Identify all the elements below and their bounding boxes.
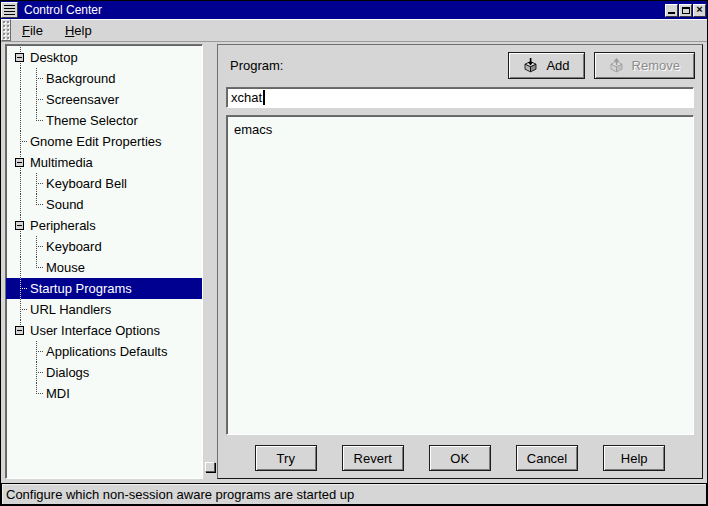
- tree-collapse-icon[interactable]: [15, 158, 24, 167]
- tree-item-label: User Interface Options: [30, 323, 160, 338]
- tree-item-mouse[interactable]: Mouse: [6, 257, 202, 278]
- tree-item-gnome-edit-properties[interactable]: Gnome Edit Properties: [6, 131, 202, 152]
- statusbar-text: Configure which non-session aware progra…: [6, 487, 354, 502]
- minimize-button[interactable]: [665, 4, 678, 17]
- window-menu-button[interactable]: [1, 2, 18, 18]
- tree-tick: [20, 288, 27, 289]
- ok-button[interactable]: OK: [429, 445, 491, 471]
- menubar-items: FileHelp: [11, 19, 103, 41]
- tree-item-screensaver[interactable]: Screensaver: [6, 89, 202, 110]
- tree-item-label: Gnome Edit Properties: [30, 134, 162, 149]
- tree-tick: [36, 78, 43, 79]
- minimize-icon: [668, 12, 675, 14]
- help-button[interactable]: Help: [603, 445, 665, 471]
- tree-item-label: Keyboard: [46, 239, 102, 254]
- tree-item-multimedia[interactable]: Multimedia: [6, 152, 202, 173]
- tree-tick: [36, 393, 43, 394]
- startup-programs-list[interactable]: emacs: [226, 115, 694, 435]
- tree-item-peripherals[interactable]: Peripherals: [6, 215, 202, 236]
- menubar-drag-handle[interactable]: [1, 19, 11, 41]
- tree-tick: [36, 99, 43, 100]
- maximize-icon: [682, 7, 690, 14]
- tree-item-keyboard-bell[interactable]: Keyboard Bell: [6, 173, 202, 194]
- tree-item-background[interactable]: Background: [6, 68, 202, 89]
- maximize-button[interactable]: [679, 4, 692, 17]
- tree-item-sound[interactable]: Sound: [6, 194, 202, 215]
- program-label: Program:: [230, 58, 508, 73]
- menu-file[interactable]: File: [11, 19, 54, 41]
- tree-line: [20, 173, 21, 194]
- tree-line: [36, 194, 37, 205]
- menu-help[interactable]: Help: [54, 19, 103, 41]
- list-item-emacs[interactable]: emacs: [234, 121, 686, 139]
- tree-line: [36, 257, 37, 268]
- window-title: Control Center: [18, 3, 665, 17]
- remove-icon: [609, 58, 624, 73]
- text-caret: [263, 90, 265, 105]
- tree-line: [20, 110, 21, 131]
- tree-tick: [20, 141, 27, 142]
- tree-item-label: Theme Selector: [46, 113, 138, 128]
- tree-item-label: MDI: [46, 386, 70, 401]
- tree-item-keyboard[interactable]: Keyboard: [6, 236, 202, 257]
- tree-item-label: Screensaver: [46, 92, 119, 107]
- window-menu-icon: [4, 5, 15, 16]
- program-input[interactable]: xchat: [226, 87, 694, 108]
- tree-item-mdi[interactable]: MDI: [6, 383, 202, 404]
- tree-collapse-icon[interactable]: [15, 221, 24, 230]
- add-button-label: Add: [546, 58, 569, 73]
- revert-button[interactable]: Revert: [342, 445, 404, 471]
- tree-collapse-icon[interactable]: [15, 53, 24, 62]
- control-center-window: Control Center × FileHelp DesktopBackgro…: [0, 0, 708, 506]
- tree-collapse-icon[interactable]: [15, 326, 24, 335]
- pane-resize-handle[interactable]: [205, 462, 215, 472]
- startup-programs-panel: Program: Add: [217, 44, 703, 479]
- try-button[interactable]: Try: [255, 445, 317, 471]
- close-button[interactable]: ×: [693, 4, 706, 17]
- tree-item-label: Applications Defaults: [46, 344, 167, 359]
- tree-item-label: URL Handlers: [30, 302, 111, 317]
- tree-item-desktop[interactable]: Desktop: [6, 47, 202, 68]
- tree-item-label: Keyboard Bell: [46, 176, 127, 191]
- tree-tick: [36, 204, 43, 205]
- titlebar[interactable]: Control Center ×: [1, 1, 707, 19]
- tree-item-url-handlers[interactable]: URL Handlers: [6, 299, 202, 320]
- program-row: Program: Add: [222, 51, 698, 79]
- tree-item-dialogs[interactable]: Dialogs: [6, 362, 202, 383]
- tree-item-label: Mouse: [46, 260, 85, 275]
- window-controls: ×: [665, 4, 706, 17]
- remove-button-label: Remove: [632, 58, 680, 73]
- tree-item-label: Background: [46, 71, 115, 86]
- tree-line: [20, 194, 21, 215]
- sidebar-tree: DesktopBackgroundScreensaverTheme Select…: [5, 44, 203, 479]
- tree-item-label: Startup Programs: [30, 281, 132, 296]
- tree-item-label: Sound: [46, 197, 84, 212]
- tree-line: [36, 383, 37, 394]
- tree-tick: [36, 183, 43, 184]
- tree-item-user-interface-options[interactable]: User Interface Options: [6, 320, 202, 341]
- tree-item-label: Multimedia: [30, 155, 93, 170]
- tree-item-label: Dialogs: [46, 365, 89, 380]
- tree-item-startup-programs[interactable]: Startup Programs: [6, 278, 202, 299]
- main-area: DesktopBackgroundScreensaverTheme Select…: [1, 42, 707, 482]
- remove-button[interactable]: Remove: [594, 52, 695, 79]
- tree-item-theme-selector[interactable]: Theme Selector: [6, 110, 202, 131]
- add-button[interactable]: Add: [508, 52, 584, 79]
- cancel-button[interactable]: Cancel: [516, 445, 578, 471]
- tree-item-applications-defaults[interactable]: Applications Defaults: [6, 341, 202, 362]
- tree-tick: [36, 246, 43, 247]
- statusbar: Configure which non-session aware progra…: [1, 483, 707, 505]
- tree-item-label: Peripherals: [30, 218, 96, 233]
- tree-item-label: Desktop: [30, 50, 78, 65]
- menubar: FileHelp: [1, 19, 707, 42]
- tree-line: [20, 257, 21, 278]
- close-icon: ×: [696, 4, 702, 15]
- tree-line: [20, 236, 21, 257]
- tree-line: [20, 68, 21, 89]
- tree-tick: [36, 351, 43, 352]
- add-icon: [523, 58, 538, 73]
- dialog-button-row: TryRevertOKCancelHelp: [222, 445, 698, 474]
- tree-tick: [36, 267, 43, 268]
- tree-tick: [36, 372, 43, 373]
- pane-divider: [203, 44, 217, 479]
